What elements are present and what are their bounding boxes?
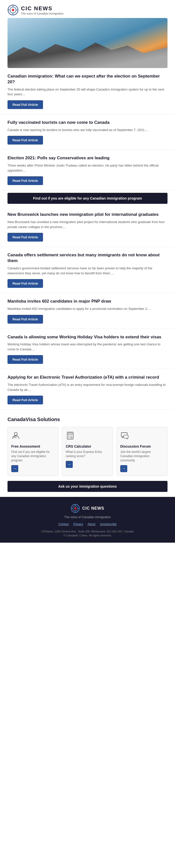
canadavisa-section: CanadaVisa Solutions Free Assessment Fin… [0,410,175,497]
article-4-excerpt: New Brunswick has unveiled a new immigra… [7,220,168,229]
cta-banner[interactable]: Find out if you are eligible for any Can… [7,193,168,204]
article-7-excerpt: Working Holiday Visa holders whose trave… [7,342,168,351]
svg-point-12 [69,436,69,437]
card-forum-arrow[interactable]: → [120,465,127,472]
read-article-3-button[interactable]: Read Full Article [7,176,43,185]
card-free-assessment-title: Free Assessment [11,444,55,448]
site-tagline: The voice of Canadian immigration [21,12,64,15]
article-2: Fully vaccinated tourists can now come t… [0,114,175,150]
header: CIC NEWS The voice of Canadian immigrati… [0,0,175,18]
card-forum-desc: Join the world's largest Canadian immigr… [120,450,164,462]
footer-address: CICNews, 1303 Greene Ave., Suite 200, We… [7,529,168,538]
site-title: CIC NEWS [21,5,64,12]
hero-image [7,18,168,68]
article-1-excerpt: The federal election taking place on Sep… [7,87,168,97]
read-article-7-button[interactable]: Read Full Article [7,355,43,364]
article-1: Canadian immigration: What can we expect… [0,68,175,114]
hero-rocks [7,38,168,68]
read-article-6-button[interactable]: Read Full Article [7,315,43,323]
article-3-excerpt: Three weeks after Prime Minister Justin … [7,163,168,173]
card-crs-arrow[interactable]: → [66,461,73,468]
calculator-icon [66,431,109,442]
footer-site-title: CIC NEWS [82,506,104,510]
svg-point-16 [70,437,71,438]
article-8-title: Applying for an Electronic Travel Author… [7,375,168,380]
article-5-excerpt: Canada’s government-funded settlement se… [7,266,168,276]
article-6-excerpt: Manitoba invited 602 immigration candida… [7,306,168,311]
article-2-title: Fully vaccinated tourists can now come t… [7,120,168,126]
article-4-title: New Brunswick launches new immigration p… [7,212,168,218]
article-1-title: Canadian immigration: What can we expect… [7,73,168,85]
card-free-assessment-desc: Find out if you are eligible for any Can… [11,450,55,462]
person-icon [11,431,55,442]
footer-links: Contact Privacy About Unsubscribe [7,522,168,526]
footer-link-contact[interactable]: Contact [59,522,69,526]
article-5: Canada offers settlement services but ma… [0,247,175,293]
card-free-assessment-arrow[interactable]: → [11,465,18,472]
svg-rect-8 [14,437,15,438]
svg-point-13 [70,436,71,437]
svg-point-7 [14,432,17,435]
article-2-excerpt: Canada is now opening its borders to tou… [7,127,168,132]
article-8-excerpt: The electronic Travel Authorization (eTA… [7,382,168,392]
card-crs-title: CRS Calculator [66,444,109,448]
svg-rect-20 [124,435,128,438]
cic-news-logo-icon [7,4,19,16]
footer-tagline: The voice of Canadian immigration [7,516,168,519]
svg-point-23 [74,507,76,509]
article-7: Canada is allowing some Working Holiday … [0,329,175,369]
svg-point-14 [71,436,72,437]
footer: CIC NEWS The voice of Canadian immigrati… [0,497,175,542]
card-forum-title: Discussion Forum [120,444,164,448]
canadavisa-cards: Free Assessment Find out if you are elig… [7,427,168,476]
svg-point-15 [69,437,69,438]
article-5-title: Canada offers settlement services but ma… [7,252,168,264]
forum-icon [120,431,164,442]
svg-rect-9 [15,437,16,438]
ask-immigration-button[interactable]: Ask us your immigration questions [7,481,168,492]
footer-link-unsubscribe[interactable]: Unsubscribe [100,522,117,526]
footer-logo-icon [71,504,80,513]
article-6-title: Manitoba invites 602 candidates in major… [7,299,168,304]
card-discussion-forum: Discussion Forum Join the world's larges… [116,427,168,476]
logo-text: CIC NEWS The voice of Canadian immigrati… [21,5,64,15]
card-free-assessment: Free Assessment Find out if you are elig… [7,427,59,476]
cta-banner-label: Find out if you are eligible for any Can… [33,196,142,200]
canadavisa-title: CanadaVisa Solutions [7,416,168,422]
read-article-8-button[interactable]: Read Full Article [7,396,43,404]
read-article-1-button[interactable]: Read Full Article [7,100,43,109]
article-6: Manitoba invites 602 candidates in major… [0,293,175,329]
read-article-2-button[interactable]: Read Full Article [7,136,43,145]
article-7-title: Canada is allowing some Working Holiday … [7,334,168,340]
article-3: Election 2021: Polls say Conservatives a… [0,150,175,190]
card-crs-desc: What is your Express Entry ranking score… [66,450,109,458]
read-article-4-button[interactable]: Read Full Article [7,233,43,242]
footer-logo: CIC NEWS [7,504,168,513]
read-article-5-button[interactable]: Read Full Article [7,279,43,288]
article-8: Applying for an Electronic Travel Author… [0,369,175,410]
article-3-title: Election 2021: Polls say Conservatives a… [7,155,168,161]
svg-point-2 [12,9,14,11]
card-crs-calculator: CRS Calculator What is your Express Entr… [62,427,113,476]
article-4: New Brunswick launches new immigration p… [0,206,175,247]
footer-link-about[interactable]: About [88,522,95,526]
svg-rect-11 [68,433,72,435]
footer-link-privacy[interactable]: Privacy [73,522,83,526]
